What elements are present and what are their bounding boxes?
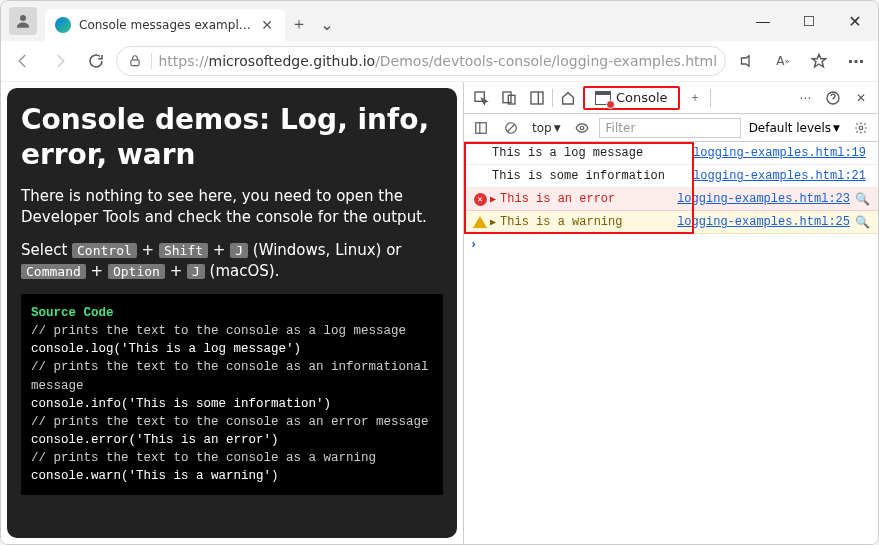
filter-input[interactable]: Filter: [599, 118, 741, 138]
site-info-icon[interactable]: [125, 54, 145, 68]
console-row-info[interactable]: This is some information logging-example…: [464, 165, 878, 188]
svg-rect-3: [503, 92, 511, 103]
read-aloud-button[interactable]: [730, 46, 762, 76]
new-tab-button[interactable]: ＋: [285, 10, 313, 38]
device-emulation-button[interactable]: [496, 85, 522, 111]
source-code-block: Source Code // prints the text to the co…: [21, 294, 443, 495]
dock-side-button[interactable]: [524, 85, 550, 111]
kbd-shift: Shift: [159, 243, 208, 258]
console-prompt[interactable]: ›: [464, 234, 878, 256]
favorites-button[interactable]: [803, 46, 835, 76]
svg-point-12: [580, 126, 584, 130]
svg-line-11: [508, 124, 515, 131]
console-sidebar-toggle[interactable]: [468, 115, 494, 141]
kbd-command: Command: [21, 264, 86, 279]
svg-rect-1: [131, 60, 139, 66]
expand-caret-icon[interactable]: ▶: [490, 216, 496, 228]
console-tab-label: Console: [616, 90, 668, 105]
source-link[interactable]: logging-examples.html:23: [677, 192, 854, 206]
browser-tab[interactable]: Console messages examples: log ✕: [45, 9, 285, 41]
clear-console-button[interactable]: [498, 115, 524, 141]
svg-rect-5: [531, 92, 543, 104]
reading-mode-button[interactable]: A»: [767, 46, 799, 76]
kbd-j: J: [230, 243, 248, 258]
console-settings-button[interactable]: [848, 115, 874, 141]
devtools-panel: Console ＋ ⋯ ✕ top ▼ Filter Default level…: [463, 82, 878, 544]
tab-actions-button[interactable]: ⌄: [313, 10, 341, 38]
console-tab-icon: [595, 91, 611, 105]
tab-title: Console messages examples: log: [79, 18, 251, 32]
warning-icon: [473, 216, 487, 228]
svg-rect-8: [476, 122, 487, 133]
console-output: This is a log message logging-examples.h…: [464, 142, 878, 544]
live-expression-button[interactable]: [569, 115, 595, 141]
forward-button[interactable]: [43, 46, 75, 76]
console-row-warn[interactable]: ▶ This is a warning logging-examples.htm…: [464, 211, 878, 234]
devtools-close-button[interactable]: ✕: [848, 85, 874, 111]
edge-favicon-icon: [55, 17, 71, 33]
more-menu-button[interactable]: ⋯: [840, 46, 872, 76]
expand-caret-icon[interactable]: ▶: [490, 193, 496, 205]
source-link[interactable]: logging-examples.html:19: [693, 146, 870, 160]
console-tab[interactable]: Console: [583, 86, 680, 110]
search-icon[interactable]: 🔍: [854, 215, 870, 230]
devtools-more-button[interactable]: ⋯: [792, 85, 818, 111]
console-row-log[interactable]: This is a log message logging-examples.h…: [464, 142, 878, 165]
kbd-option: Option: [108, 264, 165, 279]
page-viewport: Console demos: Log, info, error, warn Th…: [1, 82, 463, 544]
tab-close-button[interactable]: ✕: [259, 17, 275, 33]
window-minimize-button[interactable]: ―: [740, 5, 786, 37]
inspect-element-button[interactable]: [468, 85, 494, 111]
url-text: https://microsoftedge.github.io/Demos/de…: [158, 53, 717, 69]
page-title: Console demos: Log, info, error, warn: [21, 102, 443, 172]
back-button[interactable]: [7, 46, 39, 76]
search-icon[interactable]: 🔍: [854, 192, 870, 207]
svg-point-13: [859, 126, 863, 130]
address-bar[interactable]: https://microsoftedge.github.io/Demos/de…: [116, 46, 726, 76]
devtools-help-button[interactable]: [820, 85, 846, 111]
welcome-tab-button[interactable]: [555, 85, 581, 111]
error-icon: ✕: [474, 193, 487, 206]
window-close-button[interactable]: ✕: [832, 5, 878, 37]
source-link[interactable]: logging-examples.html:25: [677, 215, 854, 229]
intro-text: There is nothing to see here, you need t…: [21, 186, 443, 228]
svg-point-0: [20, 15, 26, 21]
profile-button[interactable]: [9, 7, 37, 35]
more-tabs-button[interactable]: ＋: [682, 85, 708, 111]
kbd-control: Control: [72, 243, 137, 258]
reload-button[interactable]: [80, 46, 112, 76]
console-row-error[interactable]: ✕ ▶ This is an error logging-examples.ht…: [464, 188, 878, 211]
source-link[interactable]: logging-examples.html:21: [693, 169, 870, 183]
kbd-j-2: J: [187, 264, 205, 279]
context-selector[interactable]: top ▼: [528, 121, 565, 135]
window-maximize-button[interactable]: ☐: [786, 5, 832, 37]
log-levels-selector[interactable]: Default levels ▼: [745, 121, 844, 135]
keyboard-instructions: Select Control + Shift + J (Windows, Lin…: [21, 240, 443, 282]
